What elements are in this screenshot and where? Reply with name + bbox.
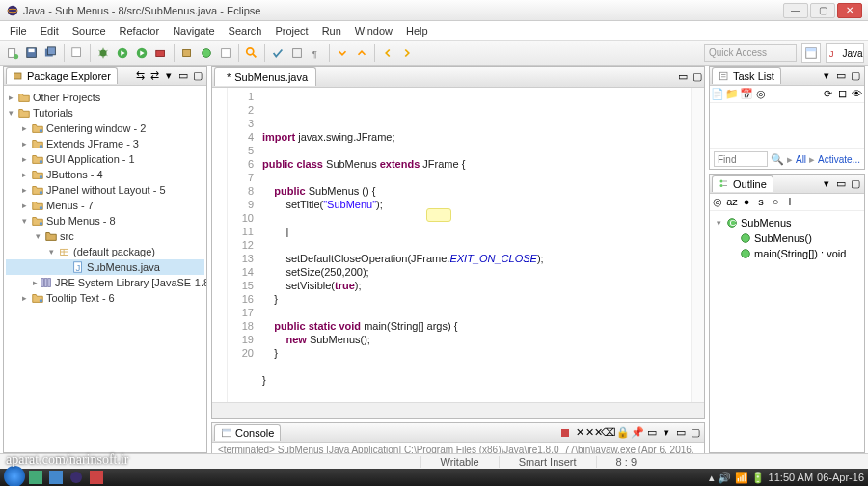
focus-button[interactable]: ◎	[754, 87, 768, 100]
outline-tree[interactable]: ▾CSubMenusSubMenus()main(String[]) : voi…	[710, 211, 864, 265]
run-button[interactable]	[114, 44, 131, 62]
open-type-button[interactable]	[68, 44, 86, 62]
start-button[interactable]	[4, 466, 25, 487]
hide-button[interactable]: 👁	[850, 87, 863, 100]
editor-minimize-button[interactable]: ▭	[676, 70, 690, 84]
package-tree[interactable]: ▸Other Projects▾Tutorials▸Centering wind…	[4, 86, 206, 310]
back-button[interactable]	[379, 44, 396, 62]
save-button[interactable]	[23, 44, 41, 62]
outline-public-button[interactable]: ○	[769, 195, 782, 208]
code-area[interactable]: import javax.swing.JFrame; public class …	[258, 88, 691, 402]
task-activate-link[interactable]: Activate...	[818, 154, 860, 165]
tasklist-max-button[interactable]: ▢	[849, 69, 862, 83]
tree-item[interactable]: ▸JButtons - 4	[6, 167, 204, 182]
outline-tab[interactable]: Outline	[712, 176, 773, 192]
tree-item[interactable]: ▾Tutorials	[6, 105, 204, 121]
console-remove-button[interactable]: ✕	[573, 426, 586, 440]
editor-tab-submenus[interactable]: J *SubMenus.java	[214, 68, 316, 86]
outline-menu-button[interactable]: ▾	[820, 177, 833, 191]
tree-item[interactable]: ▾Sub Menus - 8	[6, 213, 204, 229]
console-minimize-button[interactable]: ▭	[674, 426, 688, 440]
console-pin-button[interactable]: 📌	[631, 426, 644, 440]
outline-item[interactable]: SubMenus()	[714, 230, 860, 246]
tree-item[interactable]: ▸GUI Application - 1	[6, 151, 204, 167]
forward-button[interactable]	[398, 44, 416, 62]
maximize-button[interactable]: ▢	[810, 3, 835, 18]
tree-item[interactable]: ▸Extends JFrame - 3	[6, 136, 204, 151]
taskbar-icon[interactable]	[26, 470, 45, 485]
taskbar-icon[interactable]	[87, 470, 106, 485]
console-terminate-button[interactable]	[558, 426, 572, 440]
outline-item[interactable]: main(String[]) : void	[714, 246, 860, 261]
menu-file[interactable]: File	[4, 23, 33, 39]
tree-item[interactable]: ▾src	[6, 229, 204, 244]
tree-item[interactable]: ▸Tooltip Text - 6	[6, 290, 204, 306]
console-clear-button[interactable]: ⌫	[602, 426, 615, 440]
toggle-mark-button[interactable]	[269, 44, 286, 62]
menu-source[interactable]: Source	[67, 23, 112, 39]
console-open-button[interactable]: ▾	[660, 426, 673, 440]
new-class-button[interactable]	[198, 44, 215, 62]
console-display-button[interactable]: ▭	[645, 426, 659, 440]
new-package-button[interactable]	[178, 44, 196, 62]
editor-scrollbar[interactable]	[212, 402, 704, 418]
console-maximize-button[interactable]: ▢	[689, 426, 702, 440]
tasklist-min-button[interactable]: ▭	[834, 69, 848, 83]
tree-item[interactable]: JSubMenus.java	[6, 259, 204, 275]
task-find-go-icon[interactable]: 🔍	[771, 153, 784, 166]
save-all-button[interactable]	[42, 44, 60, 62]
task-list-tab[interactable]: Task List	[712, 68, 781, 84]
outline-min-button[interactable]: ▭	[834, 177, 848, 191]
maximize-view-button[interactable]: ▢	[191, 69, 204, 83]
menu-search[interactable]: Search	[223, 23, 268, 39]
tree-item[interactable]: ▸JRE System Library [JavaSE-1.8]	[6, 275, 204, 290]
menu-help[interactable]: Help	[400, 23, 434, 39]
taskbar-icon[interactable]	[46, 470, 66, 485]
debug-button[interactable]	[95, 44, 112, 62]
next-annotation-button[interactable]	[334, 44, 351, 62]
tree-item[interactable]: ▸JPanel without Layout - 5	[6, 182, 204, 198]
minimize-view-button[interactable]: ▭	[176, 69, 190, 83]
sync-button[interactable]: ⟳	[821, 87, 834, 100]
minimize-button[interactable]: —	[783, 3, 808, 18]
toggle-block-button[interactable]	[288, 44, 306, 62]
taskbar-icon[interactable]	[67, 470, 86, 485]
console-scroll-lock-button[interactable]: 🔒	[616, 426, 630, 440]
tasklist-menu-button[interactable]: ▾	[820, 69, 833, 83]
console-remove-all-button[interactable]: ✕✕	[587, 426, 601, 440]
collapse-tasks-button[interactable]: ⊟	[835, 87, 849, 100]
run-last-button[interactable]	[133, 44, 150, 62]
menu-navigate[interactable]: Navigate	[167, 23, 220, 39]
outline-focus-button[interactable]: ◎	[711, 195, 724, 208]
new-button[interactable]	[4, 44, 21, 62]
external-tools-button[interactable]	[152, 44, 170, 62]
new-task-button[interactable]: 📄	[711, 87, 724, 100]
menu-refactor[interactable]: Refactor	[114, 23, 166, 39]
outline-fields-button[interactable]: ●	[740, 195, 753, 208]
tree-item[interactable]: ▸Other Projects	[6, 90, 204, 105]
outline-max-button[interactable]: ▢	[849, 177, 862, 191]
quick-access-input[interactable]: Quick Access	[704, 44, 797, 62]
view-menu-button[interactable]: ▾	[162, 69, 176, 83]
outline-item[interactable]: ▾CSubMenus	[714, 215, 860, 230]
task-all-link[interactable]: All	[796, 154, 806, 165]
java-perspective-button[interactable]: JJava	[826, 43, 864, 63]
open-perspective-button[interactable]	[801, 43, 821, 63]
tray-icons[interactable]: ▴ 🔊 📶 🔋	[709, 472, 764, 484]
overview-ruler[interactable]	[691, 88, 704, 402]
close-button[interactable]: ✕	[837, 3, 862, 18]
show-whitespace-button[interactable]: ¶	[308, 44, 325, 62]
console-tab[interactable]: Console	[214, 424, 281, 441]
open-task-button[interactable]	[217, 44, 234, 62]
menu-edit[interactable]: Edit	[35, 23, 65, 39]
menu-run[interactable]: Run	[316, 23, 347, 39]
outline-static-button[interactable]: s	[754, 195, 768, 208]
outline-sort-button[interactable]: az	[725, 195, 739, 208]
package-explorer-tab[interactable]: Package Explorer	[6, 68, 118, 84]
marker-bar[interactable]	[212, 88, 228, 402]
tree-item[interactable]: ▾(default package)	[6, 244, 204, 259]
schedule-button[interactable]: 📅	[740, 87, 753, 100]
search-button[interactable]	[243, 44, 260, 62]
outline-local-button[interactable]: l	[783, 195, 797, 208]
prev-annotation-button[interactable]	[353, 44, 370, 62]
